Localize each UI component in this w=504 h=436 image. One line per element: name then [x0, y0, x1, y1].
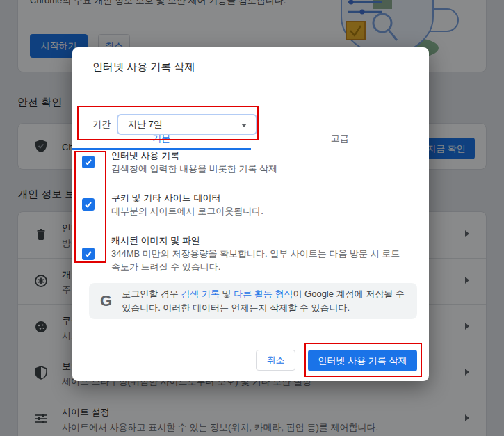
checkbox-section: 인터넷 사용 기록 검색창에 입력한 내용을 비롯한 기록 삭제 쿠키 및 기타…	[82, 149, 409, 289]
search-history-link[interactable]: 검색 기록	[181, 289, 220, 299]
checkbox-browsing-history[interactable]	[82, 156, 95, 168]
row-cached-images: 캐시된 이미지 및 파일 344MB 미만의 저장용량을 확보합니다. 일부 사…	[82, 234, 409, 273]
time-range-row: 기간 지난 7일	[92, 114, 257, 135]
row-browsing-history: 인터넷 사용 기록 검색창에 입력한 내용을 비롯한 기록 삭제	[82, 149, 409, 175]
google-g-icon: G	[100, 292, 112, 310]
dialog-title: 인터넷 사용 기록 삭제	[92, 60, 195, 74]
checkbox-cached-images[interactable]	[82, 248, 95, 260]
other-activity-link[interactable]: 다른 활동 형식	[234, 289, 293, 299]
time-range-select[interactable]: 지난 7일	[117, 114, 257, 135]
dialog-cancel-button[interactable]: 취소	[256, 350, 295, 371]
clear-browsing-data-dialog: 인터넷 사용 기록 삭제 기본 고급 기간 지난 7일 인터넷 사용 기록 검색…	[72, 47, 429, 381]
time-range-label: 기간	[92, 118, 111, 131]
row-cookies-data: 쿠키 및 기타 사이트 데이터 대부분의 사이트에서 로그아웃됩니다.	[82, 191, 409, 218]
dropdown-arrow-icon	[241, 124, 247, 127]
tab-advanced[interactable]: 고급	[251, 127, 430, 150]
google-account-note: G 로그인할 경우 검색 기록 및 다른 활동 형식이 Google 계정에 저…	[89, 283, 417, 319]
clear-data-button[interactable]: 인터넷 사용 기록 삭제	[308, 350, 417, 371]
time-range-value: 지난 7일	[128, 118, 163, 131]
checkbox-cookies[interactable]	[82, 198, 95, 211]
